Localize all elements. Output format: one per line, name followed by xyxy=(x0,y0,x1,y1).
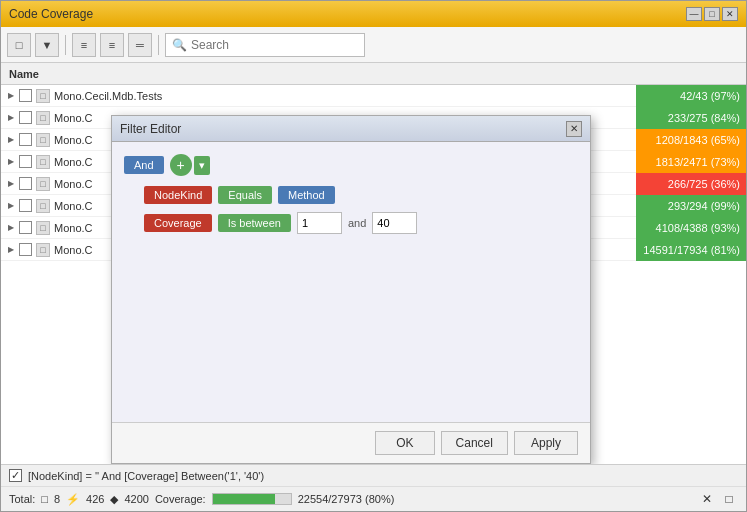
toolbar-separator-1 xyxy=(65,35,66,55)
coverage-bar xyxy=(212,493,292,505)
apply-button[interactable]: Apply xyxy=(514,431,578,455)
add-condition-button[interactable]: + xyxy=(170,154,192,176)
namespaces-icon: ◆ xyxy=(110,493,118,506)
main-window: Code Coverage — □ ✕ □ ▼ ≡ ≡ ═ 🔍 Name ▶ □ xyxy=(0,0,747,512)
toolbar-filter-btn[interactable]: ▼ xyxy=(35,33,59,57)
filter-expression: [NodeKind] = '' And [Coverage] Between('… xyxy=(28,470,264,482)
toolbar: □ ▼ ≡ ≡ ═ 🔍 xyxy=(1,27,746,63)
coverage-label: Coverage: xyxy=(155,493,206,505)
column-header: Name xyxy=(1,63,746,85)
search-box: 🔍 xyxy=(165,33,365,57)
files-count: 8 xyxy=(54,493,60,505)
filter-and-row: And + ▾ xyxy=(124,154,578,176)
methods-count: 426 xyxy=(86,493,104,505)
filter-condition-1: NodeKind Equals Method xyxy=(124,186,578,204)
window-title: Code Coverage xyxy=(9,7,93,21)
ok-button[interactable]: OK xyxy=(375,431,434,455)
and-button[interactable]: And xyxy=(124,156,164,174)
content-area: ▶ □ Mono.Cecil.Mdb.Tests 42/43 (97%) ▶ □… xyxy=(1,85,746,464)
title-bar-controls: — □ ✕ xyxy=(686,7,738,21)
method-button[interactable]: Method xyxy=(278,186,335,204)
filter-checkbox[interactable]: ✓ xyxy=(9,469,22,482)
minimize-button[interactable]: — xyxy=(686,7,702,21)
namespaces-count: 4200 xyxy=(124,493,148,505)
title-bar: Code Coverage — □ ✕ xyxy=(1,1,746,27)
value2-input[interactable] xyxy=(372,212,417,234)
status-filter-row: ✓ [NodeKind] = '' And [Coverage] Between… xyxy=(1,465,746,487)
search-icon: 🔍 xyxy=(172,38,187,52)
dialog-close-button[interactable]: ✕ xyxy=(566,121,582,137)
status-total-row: Total: □ 8 ⚡ 426 ◆ 4200 Coverage: 22554/… xyxy=(1,487,746,511)
maximize-button[interactable]: □ xyxy=(704,7,720,21)
dialog-overlay: Filter Editor ✕ And + ▾ Node xyxy=(1,85,746,464)
dialog-title: Filter Editor xyxy=(120,122,181,136)
coverage-bar-fill xyxy=(213,494,275,504)
filter-editor-dialog: Filter Editor ✕ And + ▾ Node xyxy=(111,115,591,464)
close-button[interactable]: ✕ xyxy=(722,7,738,21)
status-icon-cancel[interactable]: ✕ xyxy=(698,490,716,508)
methods-icon: ⚡ xyxy=(66,493,80,506)
status-icons: ✕ □ xyxy=(698,490,738,508)
nodekind-button[interactable]: NodeKind xyxy=(144,186,212,204)
files-icon: □ xyxy=(41,493,48,505)
coverage-button[interactable]: Coverage xyxy=(144,214,212,232)
equals-button[interactable]: Equals xyxy=(218,186,272,204)
toolbar-file-btn[interactable]: □ xyxy=(7,33,31,57)
search-input[interactable] xyxy=(191,38,358,52)
coverage-value: 22554/27973 (80%) xyxy=(298,493,395,505)
isbetween-button[interactable]: Is between xyxy=(218,214,291,232)
total-label: Total: xyxy=(9,493,35,505)
toolbar-list-btn2[interactable]: ≡ xyxy=(100,33,124,57)
status-bar: ✓ [NodeKind] = '' And [Coverage] Between… xyxy=(1,464,746,511)
add-dropdown-button[interactable]: ▾ xyxy=(194,156,210,175)
and-label: and xyxy=(348,217,366,229)
filter-condition-2: Coverage Is between and xyxy=(124,212,578,234)
dialog-titlebar: Filter Editor ✕ xyxy=(112,116,590,142)
toolbar-grid-btn[interactable]: ═ xyxy=(128,33,152,57)
toolbar-separator-2 xyxy=(158,35,159,55)
status-icon-refresh[interactable]: □ xyxy=(720,490,738,508)
add-group: + ▾ xyxy=(170,154,210,176)
dialog-footer: OK Cancel Apply xyxy=(112,422,590,463)
dialog-body: And + ▾ NodeKind Equals Method xyxy=(112,142,590,422)
toolbar-list-btn1[interactable]: ≡ xyxy=(72,33,96,57)
value1-input[interactable] xyxy=(297,212,342,234)
cancel-button[interactable]: Cancel xyxy=(441,431,508,455)
